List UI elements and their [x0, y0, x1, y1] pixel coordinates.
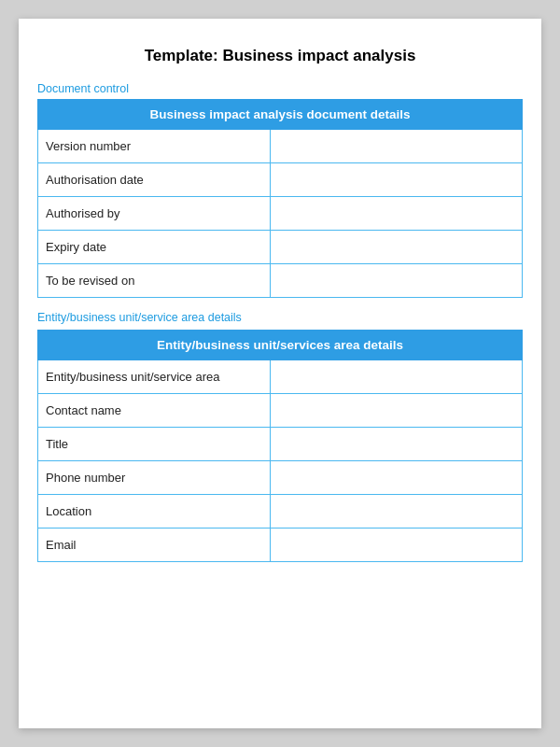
- table-row: Phone number: [38, 461, 523, 495]
- row-label: Contact name: [38, 394, 271, 428]
- row-label: Authorised by: [38, 197, 271, 231]
- row-value[interactable]: [271, 529, 523, 562]
- row-value[interactable]: [271, 461, 523, 495]
- row-value[interactable]: [271, 428, 523, 461]
- table-row: Entity/business unit/service area: [38, 360, 523, 394]
- table-row: Contact name: [38, 394, 523, 428]
- section2-label: Entity/business unit/service area detail…: [37, 311, 523, 324]
- row-label: Phone number: [38, 461, 271, 495]
- row-label: Location: [38, 495, 271, 529]
- table-row: Expiry date: [38, 231, 523, 264]
- row-label: Title: [38, 428, 271, 461]
- row-label: Email: [38, 529, 271, 562]
- table-row: Version number: [38, 130, 523, 163]
- row-label: Expiry date: [38, 231, 271, 264]
- table-row: Authorisation date: [38, 163, 523, 197]
- page-container: Template: Business impact analysis Docum…: [19, 19, 541, 728]
- table-row: Email: [38, 529, 523, 562]
- table-row: To be revised on: [38, 264, 523, 298]
- table-row: Location: [38, 495, 523, 529]
- section2-table-header: Entity/business unit/services area detai…: [38, 331, 523, 360]
- row-value[interactable]: [271, 231, 523, 264]
- section1-label: Document control: [37, 82, 523, 95]
- row-value[interactable]: [271, 264, 523, 298]
- row-value[interactable]: [271, 130, 523, 163]
- row-label: To be revised on: [38, 264, 271, 298]
- row-value[interactable]: [271, 163, 523, 197]
- row-label: Version number: [38, 130, 271, 163]
- row-label: Entity/business unit/service area: [38, 360, 271, 394]
- row-value[interactable]: [271, 360, 523, 394]
- section1-table-header: Business impact analysis document detail…: [38, 100, 523, 130]
- row-value[interactable]: [271, 197, 523, 231]
- row-value[interactable]: [271, 394, 523, 428]
- row-value[interactable]: [271, 495, 523, 529]
- section2-table: Entity/business unit/services area detai…: [37, 330, 523, 562]
- row-label: Authorisation date: [38, 163, 271, 197]
- table-row: Authorised by: [38, 197, 523, 231]
- page-title: Template: Business impact analysis: [37, 47, 523, 65]
- section1-table: Business impact analysis document detail…: [37, 99, 523, 298]
- table-row: Title: [38, 428, 523, 461]
